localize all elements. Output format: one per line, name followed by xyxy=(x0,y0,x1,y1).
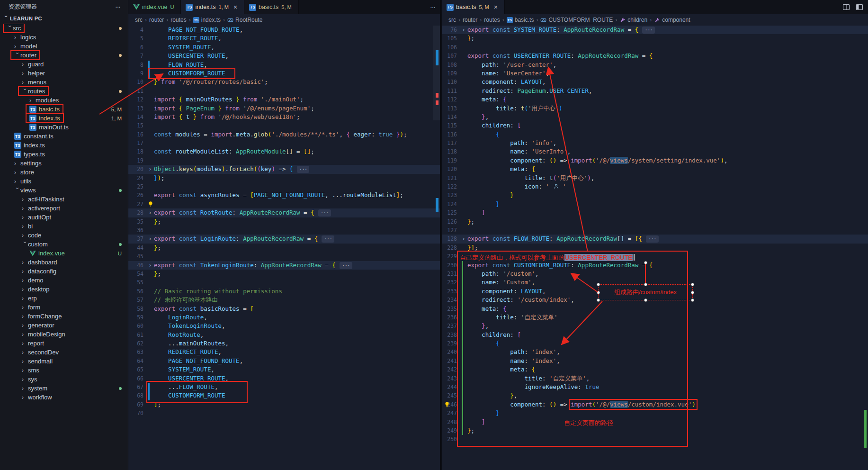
code-line-241[interactable]: 241 name: 'Index', xyxy=(442,357,868,365)
code-editor-index-ts[interactable]: 4 PAGE_NOT_FOUND_ROUTE,5 REDIRECT_ROUTE,… xyxy=(128,26,440,470)
tab-basic.ts[interactable]: TSbasic.ts5, M xyxy=(244,0,299,14)
code-line-57[interactable]: 57// 未经许可的基本路由 xyxy=(128,296,440,304)
breadcrumb-item-component[interactable]: component xyxy=(654,17,690,23)
code-editor-basic-ts[interactable]: 76›export const SYSTEM_ROUTE: AppRouteRe… xyxy=(442,26,868,470)
code-line-6[interactable]: 6 SYSTEM_ROUTE, xyxy=(128,43,440,52)
code-line-242[interactable]: 242 meta: { xyxy=(442,365,868,374)
code-line-245[interactable]: 245 }, xyxy=(442,391,868,400)
code-line-106[interactable]: 106 xyxy=(442,43,868,52)
code-line-35[interactable]: 35}; xyxy=(128,217,440,226)
tree-item-custom[interactable]: ›custom xyxy=(0,240,128,249)
code-line-111[interactable]: 111 redirect: PageEnum.USER_CENTER, xyxy=(442,87,868,95)
code-line-76[interactable]: 76›export const SYSTEM_ROUTE: AppRouteRe… xyxy=(442,26,868,34)
code-line-59[interactable]: 59 LoginRoute, xyxy=(128,313,440,322)
code-line-8[interactable]: 8 FLOW_ROUTE, xyxy=(128,61,440,69)
code-line-18[interactable]: 18const routeModuleList: AppRouteModule[… xyxy=(128,147,440,156)
code-line-128[interactable]: 128›export const FLOW_ROUTE: AppRouteRec… xyxy=(442,235,868,243)
breadcrumb-item-CUSTOMFORM_ROUTE[interactable]: CUSTOMFORM_ROUTE xyxy=(540,17,613,23)
tree-item-mobileDesign[interactable]: ›mobileDesign xyxy=(0,330,128,339)
folded-code-indicator[interactable]: ··· xyxy=(318,209,331,217)
code-line-64[interactable]: 64 PAGE_NOT_FOUND_ROUTE, xyxy=(128,357,440,365)
tree-item-report[interactable]: ›report xyxy=(0,339,128,348)
tree-item-settings[interactable]: ›settings xyxy=(0,159,128,168)
code-line-118[interactable]: 118 name: 'UserInfo', xyxy=(442,147,868,156)
tree-item-routes[interactable]: ›routes xyxy=(0,87,128,96)
code-line-248[interactable]: 248 ] xyxy=(442,418,868,426)
tree-item-activereport[interactable]: ›activereport xyxy=(0,204,128,213)
code-line-122[interactable]: 122 icon: ' ' xyxy=(442,182,868,191)
tree-item-basic.ts[interactable]: TSbasic.ts5, M xyxy=(0,105,128,114)
code-line-115[interactable]: 115 children: [ xyxy=(442,121,868,130)
tree-item-auditOpt[interactable]: ›auditOpt xyxy=(0,213,128,222)
code-line-54[interactable]: 54}; xyxy=(128,270,440,278)
tree-item-sms[interactable]: ›sms xyxy=(0,366,128,375)
code-line-25[interactable]: 25 xyxy=(128,182,440,191)
tree-item-dashboard[interactable]: ›dashboard xyxy=(0,258,128,267)
code-line-19[interactable]: 19 xyxy=(128,156,440,165)
tree-item-system[interactable]: ›system xyxy=(0,384,128,393)
breadcrumb-item-index.ts[interactable]: TSindex.ts xyxy=(193,17,221,23)
code-line-119[interactable]: 119 component: () => import('/@/views/sy… xyxy=(442,156,868,165)
code-line-243[interactable]: 243 title: '自定义菜单', xyxy=(442,374,868,383)
code-line-11[interactable]: 11 xyxy=(128,87,440,95)
tree-item-sendmail[interactable]: ›sendmail xyxy=(0,357,128,366)
code-line-230[interactable]: 230export const CUSTOMFORM_ROUTE: AppRou… xyxy=(442,261,868,270)
tree-item-router[interactable]: ›router xyxy=(0,51,128,60)
code-line-239[interactable]: 239 { xyxy=(442,339,868,348)
tree-item-index.ts[interactable]: TSindex.ts1, M xyxy=(0,114,128,123)
code-line-109[interactable]: 109 name: 'UserCenter', xyxy=(442,69,868,78)
tab-index.vue[interactable]: index.vueU xyxy=(128,0,181,14)
tree-item-mainOut.ts[interactable]: TSmainOut.ts xyxy=(0,123,128,132)
code-line-14[interactable]: 14import { t } from '/@/hooks/web/useI18… xyxy=(128,113,440,121)
code-line-45[interactable]: 45 xyxy=(128,252,440,261)
tree-item-sys[interactable]: ›sys xyxy=(0,375,128,384)
tree-item-src[interactable]: ›src xyxy=(0,24,128,33)
code-line-127[interactable]: 127 xyxy=(442,226,868,235)
code-line-24[interactable]: 24}); xyxy=(128,174,440,182)
code-line-13[interactable]: 13import { PageEnum } from '/@/enums/pag… xyxy=(128,104,440,113)
code-line-124[interactable]: 124 } xyxy=(442,200,868,208)
code-line-63[interactable]: 63 REDIRECT_ROUTE, xyxy=(128,348,440,356)
tab-index.ts[interactable]: TSindex.ts1, M× xyxy=(181,0,244,14)
code-line-244[interactable]: 244 ignoreKeepAlive: true xyxy=(442,383,868,391)
breadcrumb-item-routes[interactable]: routes xyxy=(484,17,500,23)
fold-chevron-icon[interactable]: › xyxy=(460,26,467,34)
tree-item-helper[interactable]: ›helper xyxy=(0,69,128,78)
tree-item-actHiTaskinst[interactable]: ›actHiTaskinst xyxy=(0,195,128,204)
code-line-44[interactable]: 44}; xyxy=(128,244,440,252)
breadcrumb-item-RootRoute[interactable]: RootRoute xyxy=(227,17,262,23)
code-line-120[interactable]: 120 meta: { xyxy=(442,165,868,173)
code-line-67[interactable]: 67 ...FLOW_ROUTE, xyxy=(128,383,440,391)
lightbulb-icon[interactable] xyxy=(147,201,154,208)
code-line-65[interactable]: 65 SYSTEM_ROUTE, xyxy=(128,365,440,374)
tree-item-secondDev[interactable]: ›secondDev xyxy=(0,348,128,357)
tree-item-types.ts[interactable]: TStypes.ts xyxy=(0,150,128,159)
code-line-56[interactable]: 56// Basic routing without permissions xyxy=(128,287,440,296)
code-line-228[interactable]: 228}]; xyxy=(442,244,868,252)
code-line-250[interactable]: 250 xyxy=(442,435,868,443)
breadcrumb-item-src[interactable]: src xyxy=(135,17,143,23)
code-line-9[interactable]: 9 CUSTOMFORM_ROUTE xyxy=(128,69,440,78)
code-line-26[interactable]: 26export const asyncRoutes = [PAGE_NOT_F… xyxy=(128,191,440,199)
tree-item-store[interactable]: ›store xyxy=(0,168,128,177)
fold-chevron-icon[interactable]: › xyxy=(146,261,154,270)
tree-item-index.ts[interactable]: TSindex.ts xyxy=(0,141,128,150)
split-editor-icon[interactable] xyxy=(842,3,850,11)
code-line-238[interactable]: 238 children: [ xyxy=(442,331,868,339)
code-line-229[interactable]: 229 xyxy=(442,252,868,261)
code-line-62[interactable]: 62 ...mainOutRoutes, xyxy=(128,339,440,348)
tree-item-desktop[interactable]: ›desktop xyxy=(0,285,128,294)
code-line-16[interactable]: 16const modules = import.meta.glob('./mo… xyxy=(128,130,440,139)
tree-item-generator[interactable]: ›generator xyxy=(0,321,128,330)
code-line-17[interactable]: 17 xyxy=(128,139,440,147)
tree-item-demo[interactable]: ›demo xyxy=(0,276,128,285)
code-line-117[interactable]: 117 path: 'info', xyxy=(442,139,868,147)
code-line-58[interactable]: 58export const basicRoutes = [ xyxy=(128,305,440,313)
code-line-107[interactable]: 107export const USERCENTER_ROUTE: AppRou… xyxy=(442,52,868,60)
code-line-70[interactable]: 70 xyxy=(128,409,440,417)
breadcrumb-item-routes[interactable]: routes xyxy=(170,17,186,23)
code-line-66[interactable]: 66 USERCENTER_ROUTE, xyxy=(128,374,440,383)
breadcrumb-item-children[interactable]: children xyxy=(619,17,647,23)
breadcrumb-item-src[interactable]: src xyxy=(448,17,456,23)
close-icon[interactable]: × xyxy=(232,3,239,11)
